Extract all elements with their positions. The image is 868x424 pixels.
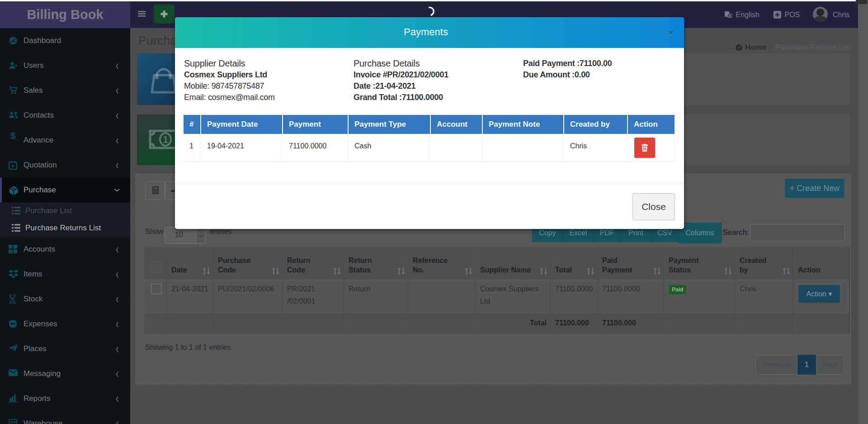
svg-text:1: 1 xyxy=(163,134,168,145)
